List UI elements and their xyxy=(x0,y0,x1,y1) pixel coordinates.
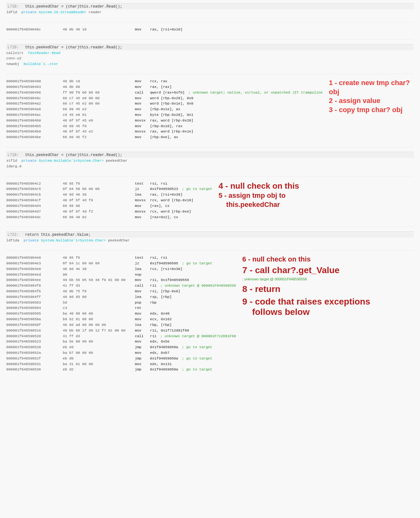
asm-line-4-2: 000001f94859049348 8b 00 mov rax, [rax] xyxy=(6,84,323,90)
section-7: L722: return this.peekedChar.Value; ldfl… xyxy=(6,231,414,243)
line-number-3: L718: xyxy=(6,45,25,50)
section-4: 000001f94859049048 8b c8 mov rcx, rax 00… xyxy=(6,78,414,140)
asm-col-4: 000001f94859049048 8b c8 mov rcx, rax 00… xyxy=(6,78,323,140)
asm-line-8-9: 000001f9485905035d pop rbp xyxy=(6,300,236,305)
asm-line-6-1: 000001f9485904c248 85 f6 test rsi, rsi xyxy=(6,181,212,186)
asm-line-8-14: 000001f94859051649 bb 60 1f d9 12 f7 01 … xyxy=(6,328,236,333)
asm-line-8-1: 000001f9485904e048 85 f6 test rsi, rsi xyxy=(6,255,236,261)
il-line-3b: conv.u2 xyxy=(6,56,414,61)
asm-line-8-12: 000001f94859050ab9 62 01 00 00 mov ecx, … xyxy=(6,316,236,322)
source-code-1: this.peekedChar = (char)this.reader.Read… xyxy=(25,4,122,9)
asm-line-8-11: 000001f948590505ba 40 00 00 00 mov edx, … xyxy=(6,311,236,316)
section-6: 000001f9485904c248 85 f6 test rsi, rsi 0… xyxy=(6,181,414,220)
asm-line-8-13: 000001f94859050f48 8d ad 00 00 00 00 lea… xyxy=(6,322,236,328)
annotation-8-1: 6 - null check on this xyxy=(242,255,311,264)
source-header-1: L718: this.peekedChar = (char)this.reade… xyxy=(6,3,414,9)
annotation-4-3: 3 - copy tmp char? obj xyxy=(329,105,414,115)
asm-line-6-3: 000001f9485904cb48 8d 46 38 lea rax, [rs… xyxy=(6,192,212,197)
asm-line-8-19: 000001f94859052feb d9 jmp 0x1f94859050a;… xyxy=(6,356,236,361)
line-number-1: L718: xyxy=(6,4,25,9)
asm-line-4-3: 000001f948590496ff 90 f0 00 00 00 call q… xyxy=(6,90,323,95)
asm-line-8-17: 000001f948590528eb e0 jmp 0x1f94859050a;… xyxy=(6,344,236,350)
annotation-8-4: 9 - code that raises exceptions follows … xyxy=(242,296,414,317)
annotation-8-3: 8 - return xyxy=(242,283,414,295)
section-5: L718: this.peekedChar = (char)this.reade… xyxy=(6,152,414,169)
asm-line-sec2-1: 000001f94859048c 48 8b 46 10 mov rax, [r… xyxy=(6,27,414,32)
il-line-7a: ldflda private System.Nullable`1<System.… xyxy=(6,238,414,243)
asm-line-4-9: 000001f9485904b548 89 45 f0 mov [rbp-0x1… xyxy=(6,123,323,129)
asm-line-8-18: 000001f94859052aba b7 00 00 00 mov edx, … xyxy=(6,350,236,356)
asm-line-4-7: 000001f9485904acc6 45 e0 01 mov byte [rb… xyxy=(6,112,323,118)
asm-line-6-6: 000001f9485904d748 0f bf 4d f2 movsx rcx… xyxy=(6,209,212,214)
asm-line-4-6: 000001f9485904a866 89 45 e2 mov [rbp-0x1… xyxy=(6,106,323,112)
line-number-7: L722: xyxy=(6,233,25,237)
asm-line-8-5: 000001f9485904ee49 bb 56 05 59 48 f9 01 … xyxy=(6,277,236,283)
asm-line-8-21: 000001f948590536eb d2 jmp 0x1f94859050a;… xyxy=(6,367,236,372)
section-3: L718: this.peekedChar = (char)this.reade… xyxy=(6,44,414,67)
asm-line-4-11: 000001f9485904be66 89 45 f2 mov [rbp-0xe… xyxy=(6,134,323,140)
asm-line-8-10: 000001f948590504c3 ret xyxy=(6,305,236,311)
section-1: L718: this.peekedChar = (char)this.reade… xyxy=(6,3,414,15)
annotation-col-8: 6 - null check on this 7 - call char?.ge… xyxy=(236,255,414,317)
annotation-4-1: 1 - create new tmp char? obj xyxy=(329,78,414,96)
asm-line-8-3: 000001f9485904e948 8d 4e 38 lea rcx, [rs… xyxy=(6,266,236,272)
source-code-7: return this.peekedChar.Value; xyxy=(25,233,91,237)
section-2: 000001f94859048c 48 8b 46 10 mov rax, [r… xyxy=(6,27,414,32)
source-header-7: L722: return this.peekedChar.Value; xyxy=(6,231,414,238)
asm-line-4-10: 000001f9485904b948 0f bf 45 e2 movsx rax… xyxy=(6,129,323,134)
asm-line-6-2: 000001f9485904c50f 84 58 00 00 00 jz 0x1… xyxy=(6,186,212,192)
asm-col-8: 000001f9485904e048 85 f6 test rsi, rsi 0… xyxy=(6,255,236,372)
source-header-5: L718: this.peekedChar = (char)this.reade… xyxy=(6,152,414,158)
asm-line-8-7: 000001f9485904fb48 8b 75 f8 mov rsi, [rb… xyxy=(6,289,236,294)
il-line-3c: newobj Nullable`1..ctor xyxy=(6,61,414,67)
asm-line-8-4: 000001f9485904ed90 nop xyxy=(6,272,236,278)
asm-line-8-2: 000001f9485904e30f 84 1c 00 00 00 jz 0x1… xyxy=(6,261,236,266)
asm-line-8-15: 000001f94859052041 ff d3 call r11; unkno… xyxy=(6,333,236,339)
il-line-3a: callvirt TextReader.Read xyxy=(6,50,414,56)
annotation-6-2: 5 - assign tmp obj to this.peekedChar xyxy=(219,191,414,209)
annotation-4-2: 2 - assign value xyxy=(329,96,414,105)
asm-line-8-8: 000001f9485904ff48 8d 65 00 lea rsp, [rb… xyxy=(6,294,236,300)
main-content: { "sections": [ { "id": "sec1", "source_… xyxy=(0,0,420,378)
il-line-5b: ldarg.0 xyxy=(6,164,414,169)
source-code-5: this.peekedChar = (char)this.reader.Read… xyxy=(25,153,122,157)
asm-line-8-6: 000001f9485904f841 ff d3 call r11; unkno… xyxy=(6,283,236,289)
section-8: 000001f9485904e048 85 f6 test rsi, rsi 0… xyxy=(6,255,414,372)
asm-line-4-5: 000001f9485904a266 c7 45 e2 00 00 mov wo… xyxy=(6,101,323,106)
annotation-6-1: 4 - null check on this xyxy=(219,181,414,192)
asm-line-4-8: 000001f9485904b048 0f bf 45 e0 movsx rax… xyxy=(6,118,323,123)
asm-line-6-4: 000001f9485904cf48 0f bf 4d f0 movsx rcx… xyxy=(6,197,212,203)
il-line-1: ldfld private System.IO.StreamReader rea… xyxy=(6,9,414,15)
asm-line-8-20: 000001f948590531ba 31 01 00 00 mov edx, … xyxy=(6,361,236,367)
annotation-col-6: 4 - null check on this 5 - assign tmp ob… xyxy=(212,181,414,209)
asm-line-4-4: 000001f94859049c66 c7 45 e0 00 00 mov wo… xyxy=(6,95,323,101)
asm-line-6-7: 000001f9485904dc66 89 48 02 mov [rax+0x2… xyxy=(6,214,212,220)
annotation-8-2: 7 - call char?.get_Value xyxy=(242,265,414,276)
asm-line-8-16: 000001f948590523ba 5e 00 00 00 mov edx, … xyxy=(6,339,236,344)
il-line-5a: stfld private System.Nullable`1<System.C… xyxy=(6,158,414,164)
comment-8-1: ; unknown target @ 000001F948590556 xyxy=(242,277,414,281)
annotation-col-4: 1 - create new tmp char? obj 2 - assign … xyxy=(323,78,414,114)
source-code-3: this.peekedChar = (char)this.reader.Read… xyxy=(25,45,122,50)
line-number-5: L718: xyxy=(6,153,25,157)
asm-line-4-1: 000001f94859049048 8b c8 mov rcx, rax xyxy=(6,78,323,84)
asm-col-6: 000001f9485904c248 85 f6 test rsi, rsi 0… xyxy=(6,181,212,220)
asm-line-6-5: 000001f9485904d466 89 08 mov [rax], cx xyxy=(6,203,212,209)
source-header-3: L718: this.peekedChar = (char)this.reade… xyxy=(6,44,414,50)
